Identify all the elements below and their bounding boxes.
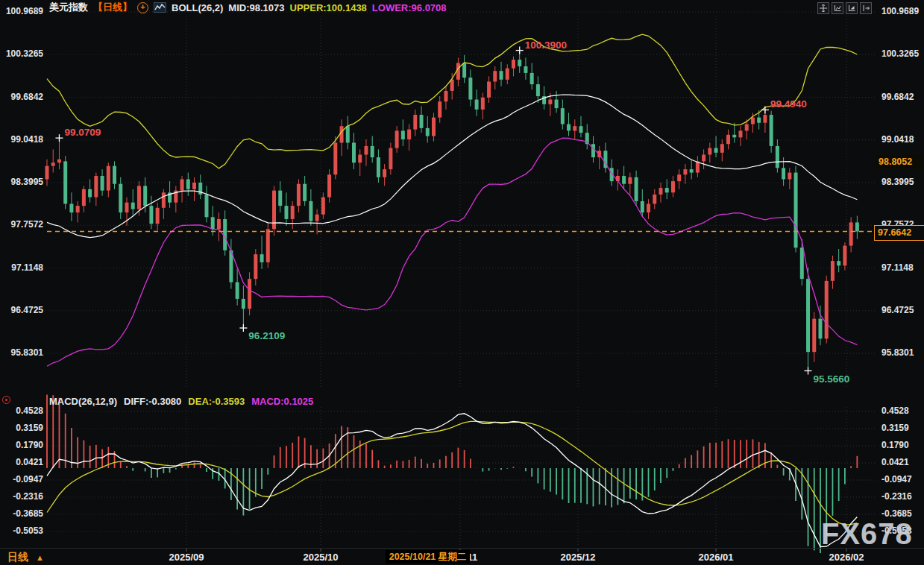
chart-toolbar: [817, 2, 872, 14]
candle-body: [561, 108, 565, 124]
candle-body: [831, 261, 835, 281]
candle-body: [291, 206, 295, 219]
macd-diff-line: [47, 414, 857, 547]
candle-body: [659, 188, 663, 195]
candle-body: [849, 222, 853, 245]
candle-body: [812, 319, 816, 353]
candle-body: [143, 186, 147, 206]
candle-body: [487, 81, 491, 97]
crosshair-date-label: 2025/10/21 星期二: [386, 550, 470, 564]
price-axis-label-left: 96.4725: [1, 305, 43, 315]
period-tag: 【日线】: [93, 1, 132, 14]
candle-body: [284, 206, 288, 219]
boll-mid-line: [47, 95, 857, 238]
candle-body: [690, 169, 694, 172]
candle-body: [278, 191, 282, 206]
candle-body: [714, 148, 718, 153]
crosshair-price-label: 98.8052: [876, 155, 923, 169]
xaxis-month-label: 2026/01: [699, 552, 734, 563]
candle-body: [462, 63, 466, 78]
candle-body: [377, 157, 380, 177]
macd-axis-label-right: -0.2316: [881, 491, 912, 502]
candle-body: [776, 146, 779, 168]
candle-body: [782, 168, 785, 179]
period-selector[interactable]: 日线 ▲: [7, 551, 44, 564]
indicator-marker-icon[interactable]: [2, 396, 10, 404]
candle-body: [794, 173, 798, 248]
candle-body: [107, 166, 110, 191]
last-price-label: 97.6642: [874, 225, 924, 241]
macd-axis-label-left: -0.3685: [1, 508, 43, 519]
add-indicator-icon[interactable]: +: [137, 2, 148, 13]
candle-body: [358, 155, 362, 163]
candle-body: [266, 229, 270, 262]
candle-body: [825, 281, 829, 339]
candle-body: [383, 169, 386, 177]
candle-body: [137, 186, 141, 209]
mini-chart-icon[interactable]: [154, 2, 166, 13]
candle-body: [745, 124, 749, 131]
candle-body: [763, 115, 767, 123]
candle-body: [389, 148, 392, 170]
candle-body: [788, 173, 791, 180]
candle-body: [591, 144, 595, 157]
price-axis-label-right: 96.4725: [881, 305, 914, 315]
candle-body: [162, 192, 166, 207]
candle-body: [622, 176, 626, 184]
boll-lower-line: [47, 138, 857, 366]
macd-axis-label-left: 0.3159: [1, 423, 43, 433]
pan-chart-icon[interactable]: [817, 2, 829, 14]
macd-histogram: [47, 395, 857, 553]
candle-body: [770, 115, 773, 146]
candle-body: [51, 162, 55, 165]
candle-body: [671, 181, 675, 192]
candle-body: [800, 247, 804, 279]
candle-body: [125, 203, 128, 212]
candle-body: [524, 66, 527, 73]
candle-body: [371, 146, 374, 157]
xaxis-month-label: 2026/02: [829, 552, 864, 563]
macd-axis-label-right: 0.3159: [881, 423, 909, 433]
candle-body: [438, 101, 441, 117]
candle-body: [63, 161, 67, 203]
candle-body: [101, 176, 104, 191]
trend-tool-icon[interactable]: [846, 2, 858, 14]
candle-body: [321, 198, 325, 215]
candle-body: [113, 166, 116, 184]
candle-body: [450, 80, 454, 91]
export-chart-icon[interactable]: [860, 2, 872, 14]
candle-body: [401, 130, 405, 139]
candle-body: [236, 282, 239, 299]
xaxis-month-label: 2025/12: [561, 552, 596, 563]
candle-body: [94, 176, 98, 198]
candle-body: [297, 184, 301, 206]
candle-body: [346, 126, 350, 142]
chart-canvas[interactable]: 99.0709100.390099.494096.210995.5660: [0, 0, 924, 565]
price-axis-label-right: 98.3995: [881, 177, 914, 187]
price-axis-label-right: 99.0418: [881, 134, 914, 145]
macd-diff-value: DIFF:-0.3080: [124, 396, 181, 407]
boll-upper-value: UPPER:100.1438: [290, 2, 367, 13]
candle-body: [702, 155, 705, 162]
annotations: [55, 47, 811, 375]
candle-body: [806, 279, 810, 352]
fit-scale-icon[interactable]: [832, 2, 843, 14]
candle-body: [628, 177, 632, 184]
candle-body: [818, 319, 822, 339]
candle-body: [76, 206, 80, 212]
macd-dea-value: DEA:-0.3593: [188, 396, 245, 407]
candle-body: [530, 73, 534, 84]
candle-body: [420, 115, 424, 128]
candle-body: [444, 91, 447, 101]
candle-body: [204, 195, 208, 217]
candle-body: [333, 142, 337, 174]
price-axis-label-right: 95.8301: [881, 347, 914, 358]
candle-body: [475, 100, 479, 110]
extreme-price-annotation: 99.0709: [64, 127, 101, 138]
candle-body: [211, 217, 215, 229]
candle-body: [493, 71, 497, 81]
price-axis-label-right: 100.9689: [881, 6, 919, 16]
candle-body: [315, 215, 319, 221]
candle-body: [536, 84, 540, 96]
xaxis-month-label: 2025/09: [169, 552, 204, 563]
